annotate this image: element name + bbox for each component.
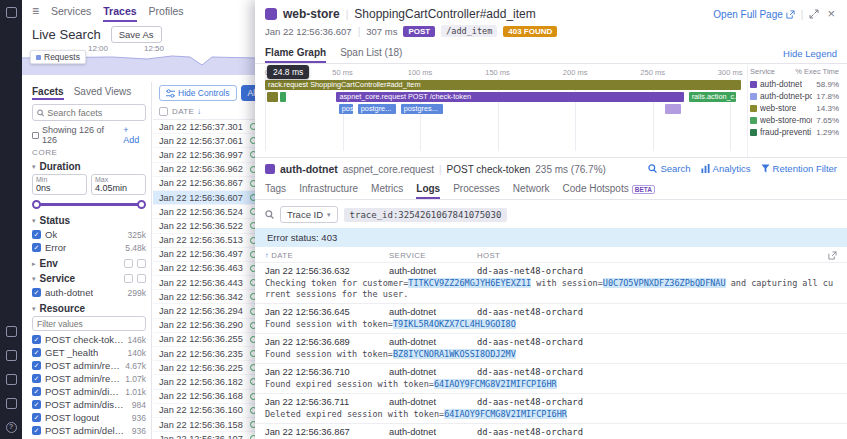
log-entry[interactable]: Jan 22 12:56:36.711auth-dotnetdd-aas-net…: [255, 393, 847, 423]
nav-tab-profiles[interactable]: Profiles: [149, 0, 184, 22]
open-full-page-link[interactable]: Open Full Page: [713, 9, 795, 20]
trace-row[interactable]: Jan 22 12:56:36.497auth-dotnet: [153, 248, 255, 262]
checkbox[interactable]: ✓: [32, 387, 41, 396]
help-icon[interactable]: ?: [6, 422, 17, 433]
trace-row[interactable]: Jan 22 12:56:36.463auth-dotnet: [153, 262, 255, 276]
status-option[interactable]: ✓Error5.48k: [32, 241, 146, 254]
tab-code-hotspots[interactable]: Code HotspotsBETA: [563, 179, 655, 199]
trace-row[interactable]: Jan 22 12:56:36.607auth-dotnet: [153, 191, 255, 205]
tab-processes[interactable]: Processes: [453, 179, 500, 199]
trace-id-filter-dropdown[interactable]: Trace ID ▾: [280, 206, 338, 223]
trace-row[interactable]: Jan 22 12:56:37.061auth-dotnet: [153, 134, 255, 148]
resource-option[interactable]: ✓POST admin/delete-us...936: [32, 424, 146, 437]
tab-metrics[interactable]: Metrics: [371, 179, 403, 199]
close-icon[interactable]: ×: [825, 9, 837, 19]
user-icon[interactable]: [6, 374, 17, 385]
flame-graph[interactable]: 050 ms100 ms150 ms200 ms250 ms300 ms rac…: [265, 67, 741, 157]
facet-duration-header[interactable]: ▾ Duration: [32, 161, 146, 172]
trace-row[interactable]: Jan 22 12:56:36.160auth-dotnet: [153, 404, 255, 418]
slider-handle-min[interactable]: [32, 200, 41, 209]
duration-max-input[interactable]: Max 4.05min: [91, 174, 146, 195]
log-column-service[interactable]: SERVICE: [389, 251, 477, 260]
facet-menu-icon[interactable]: [137, 274, 146, 283]
resource-option[interactable]: ✓POST admin/disable-un...1.01k: [32, 385, 146, 398]
status-option[interactable]: ✓Ok325k: [32, 228, 146, 241]
facet-status-header[interactable]: ▾ Status: [32, 215, 146, 226]
slider-handle-max[interactable]: [137, 200, 146, 209]
legend-item[interactable]: web-store-mon...7.65%: [750, 114, 839, 126]
trace-row[interactable]: Jan 22 12:56:36.158auth-dotnet: [153, 418, 255, 432]
trace-row[interactable]: Jan 22 12:56:36.294auth-dotnet: [153, 304, 255, 318]
checkbox[interactable]: ✓: [32, 413, 41, 422]
resource-option[interactable]: ✓GET _health140k: [32, 346, 146, 359]
tab-network[interactable]: Network: [513, 179, 550, 199]
checkbox[interactable]: ✓: [32, 400, 41, 409]
flame-span[interactable]: postgres...: [401, 104, 444, 114]
log-entry[interactable]: Jan 22 12:56:36.867auth-dotnetdd-aas-net…: [255, 423, 847, 439]
flame-span[interactable]: pos...: [339, 104, 353, 114]
resource-filter[interactable]: [32, 316, 146, 331]
trace-row[interactable]: Jan 22 12:56:37.301auth-dotnet: [153, 120, 255, 134]
tab-logs[interactable]: Logs: [416, 179, 440, 199]
tab-saved-views[interactable]: Saved Views: [74, 84, 132, 100]
trace-row[interactable]: Jan 22 12:56:36.235auth-dotnet: [153, 347, 255, 361]
trace-row[interactable]: Jan 22 12:56:36.107auth-dotnet: [153, 432, 255, 439]
flame-span[interactable]: [267, 92, 277, 102]
legend-item[interactable]: auth-dotnet58.9%: [750, 78, 839, 90]
tab-span-list-18-[interactable]: Span List (18): [340, 43, 402, 63]
checkbox[interactable]: ✓: [32, 374, 41, 383]
resource-option[interactable]: ✓POST admin/rename-t...1.07k: [32, 372, 146, 385]
legend-item[interactable]: web-store14.3%: [750, 102, 839, 114]
flame-span[interactable]: [280, 92, 286, 102]
checkbox[interactable]: ✓: [32, 288, 41, 297]
nav-tab-services[interactable]: Services: [51, 0, 91, 22]
facet-search-input[interactable]: [47, 108, 141, 118]
service-option[interactable]: ✓auth-dotnet299k: [32, 286, 146, 299]
resource-option[interactable]: ✓POST admin/disable-t...984: [32, 398, 146, 411]
log-entry[interactable]: Jan 22 12:56:36.632auth-dotnetdd-aas-net…: [255, 262, 847, 303]
nav-tab-traces[interactable]: Traces: [103, 0, 136, 22]
requests-timeline[interactable]: 12:00 12:50 Requests: [22, 45, 255, 77]
trace-row[interactable]: Jan 22 12:56:36.168auth-dotnet: [153, 390, 255, 404]
trace-row[interactable]: Jan 22 12:56:36.524auth-dotnet: [153, 205, 255, 219]
select-all-checkbox[interactable]: [159, 107, 168, 116]
trace-row[interactable]: Jan 22 12:56:36.867auth-dotnet: [153, 177, 255, 191]
save-as-button[interactable]: Save As: [111, 26, 162, 43]
duration-slider[interactable]: [34, 199, 144, 210]
log-entry[interactable]: Jan 22 12:56:36.710auth-dotnetdd-aas-net…: [255, 363, 847, 393]
flame-span[interactable]: aspnet_core.request POST /check-token: [336, 92, 683, 102]
facet-filter-icon[interactable]: [124, 274, 133, 283]
trace-row[interactable]: Jan 22 12:56:36.513auth-dotnet: [153, 234, 255, 248]
hide-legend-link[interactable]: Hide Legend: [783, 48, 837, 59]
tab-tags[interactable]: Tags: [265, 179, 286, 199]
facet-env-header[interactable]: ▸ Env: [32, 258, 146, 269]
analytics-button[interactable]: Analytics: [701, 163, 751, 174]
all-spans-button[interactable]: All Spans: [241, 85, 256, 101]
tab-flame-graph[interactable]: Flame Graph: [265, 43, 326, 63]
resource-filter-input[interactable]: [37, 319, 141, 329]
trace-row[interactable]: Jan 22 12:56:36.182auth-dotnet: [153, 375, 255, 389]
facet-service-header[interactable]: ▾ Service: [32, 273, 146, 284]
trace-row[interactable]: Jan 22 12:56:36.255auth-dotnet: [153, 333, 255, 347]
log-entry[interactable]: Jan 22 12:56:36.689auth-dotnetdd-aas-net…: [255, 333, 847, 363]
trace-row[interactable]: Jan 22 12:56:36.962auth-dotnet: [153, 163, 255, 177]
trace-row[interactable]: Jan 22 12:56:36.443auth-dotnet: [153, 276, 255, 290]
facet-search[interactable]: [32, 104, 146, 121]
log-entry[interactable]: Jan 22 12:56:36.645auth-dotnetdd-aas-net…: [255, 303, 847, 333]
log-column-date[interactable]: ↑DATE: [265, 251, 389, 260]
checkbox[interactable]: ✓: [32, 348, 41, 357]
organization-icon[interactable]: [6, 326, 17, 337]
flame-span[interactable]: rack.request ShoppingCartController#add_…: [265, 80, 741, 90]
search-button[interactable]: Search: [648, 163, 690, 174]
resource-option[interactable]: ✓POST logout936: [32, 411, 146, 424]
trace-row[interactable]: Jan 22 12:56:36.342auth-dotnet: [153, 290, 255, 304]
resource-option[interactable]: ✓POST check-token146k: [32, 333, 146, 346]
log-column-host[interactable]: HOST: [477, 251, 627, 260]
checkbox[interactable]: ✓: [32, 243, 41, 252]
flame-span[interactable]: [665, 104, 682, 114]
facet-resource-header[interactable]: ▾ Resource: [32, 303, 146, 314]
notifications-icon[interactable]: [6, 350, 17, 361]
open-in-logs-icon[interactable]: [828, 251, 837, 260]
trace-row[interactable]: Jan 22 12:56:36.290auth-dotnet: [153, 319, 255, 333]
hide-controls-button[interactable]: Hide Controls: [159, 85, 237, 101]
